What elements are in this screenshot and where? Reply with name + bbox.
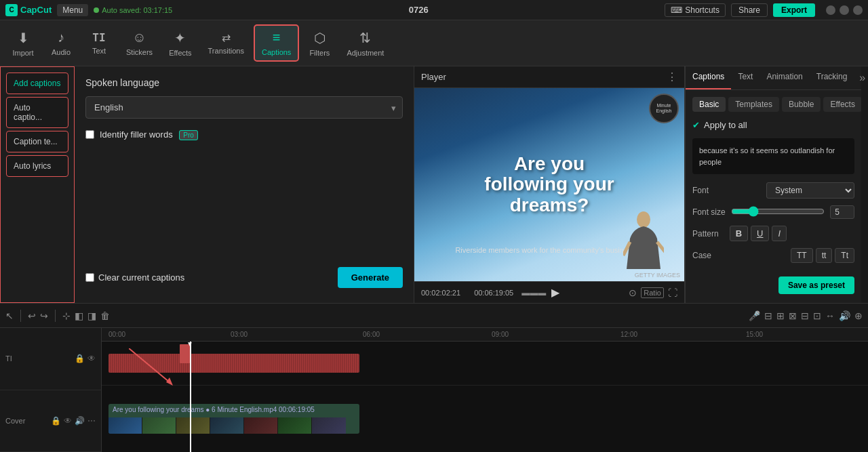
player-more-icon[interactable]: ⋮ (667, 70, 677, 83)
sidebar-item-caption-te[interactable]: Caption te... (6, 131, 68, 152)
video-thumbnails (108, 417, 346, 434)
tool-transitions[interactable]: ⇄ Transitions (201, 27, 251, 59)
font-size-slider[interactable] (731, 206, 825, 217)
eye-icon[interactable]: 👁 (87, 354, 96, 363)
right-panel-content: Basic Templates Bubble Effects ✔ Apply t… (686, 90, 861, 303)
audio-track-icons: 🔒 👁 (75, 354, 96, 363)
delete-icon[interactable]: 🗑 (100, 310, 110, 321)
clip-connect-icon[interactable]: ⊟ (764, 310, 772, 321)
more-icon-2[interactable]: ⋯ (87, 416, 96, 426)
sub-tabs: Basic Templates Bubble Effects (692, 97, 854, 112)
app-name: CapCut (20, 5, 52, 15)
fullscreen-icon[interactable]: ⛶ (668, 287, 677, 298)
tabs-more-icon[interactable]: » (854, 66, 868, 89)
split-left-icon[interactable]: ◧ (75, 310, 83, 321)
mic-icon[interactable]: 🎤 (749, 310, 760, 321)
font-select[interactable]: System (766, 182, 854, 199)
tool-stickers[interactable]: ☺ Stickers (119, 26, 159, 60)
tab-tracking[interactable]: Tracking (810, 66, 854, 89)
sub-tab-templates[interactable]: Templates (728, 97, 779, 112)
lock-icon-2[interactable]: 🔒 (51, 416, 61, 426)
tool-audio[interactable]: ♪ Audio (43, 26, 79, 60)
ruler-mark-4: 12:00 (620, 331, 637, 338)
current-time: 00:02:02:21 (421, 289, 460, 297)
screenshot-icon[interactable]: ⊙ (629, 287, 637, 298)
identify-filler-checkbox[interactable] (85, 130, 94, 139)
import-icon: ⬇ (18, 30, 29, 46)
ruler-mark-5: 15:00 (746, 331, 763, 338)
language-selector[interactable]: English ▾ (85, 96, 403, 119)
clear-captions-checkbox[interactable] (85, 273, 94, 282)
language-select[interactable]: English (85, 96, 403, 119)
group-icon[interactable]: ⊟ (801, 310, 809, 321)
lock-icon[interactable]: 🔒 (75, 354, 85, 363)
audio-wave-icon[interactable]: 🔊 (839, 310, 850, 321)
audio-track-label-row: TI 🔒 👁 (0, 328, 101, 390)
italic-button[interactable]: I (772, 226, 787, 241)
video-track[interactable]: Are you following your dreams ● 6 Minute… (108, 404, 359, 434)
total-time: 00:06:19:05 (474, 289, 513, 297)
undo-icon[interactable]: ↩ (28, 310, 36, 321)
case-cap-button[interactable]: Tt (835, 248, 854, 263)
font-size-label: Font size (692, 207, 726, 217)
close-button[interactable] (853, 5, 863, 15)
case-tt-button[interactable]: TT (791, 248, 813, 263)
ti-label: TI (5, 354, 12, 363)
share-button[interactable]: Share (731, 3, 768, 17)
save-preset-button[interactable]: Save as preset (778, 276, 854, 294)
tool-adjustment[interactable]: ⇅ Adjustment (340, 26, 391, 61)
svg-point-0 (637, 211, 650, 228)
case-row: Case TT tt Tt (692, 248, 854, 263)
sub-tab-basic[interactable]: Basic (692, 97, 726, 112)
bold-button[interactable]: B (730, 226, 748, 241)
clip-lock-icon[interactable]: ⊠ (789, 310, 797, 321)
tool-filters[interactable]: ⬡ Filters (302, 26, 337, 61)
sub-tab-effects[interactable]: Effects (823, 97, 861, 112)
menu-button[interactable]: Menu (57, 4, 88, 16)
transitions-icon: ⇄ (222, 31, 231, 44)
project-title: 0726 (178, 5, 659, 15)
play-button[interactable]: ▶ (551, 286, 559, 299)
tool-captions[interactable]: ≡ Captions (254, 24, 299, 62)
minimize-button[interactable] (826, 5, 835, 15)
thumb-1 (108, 417, 142, 434)
shortcuts-button[interactable]: ⌨ Shortcuts (665, 3, 726, 17)
tool-import[interactable]: ⬇ Import (5, 26, 41, 61)
arrow-indicator (129, 348, 197, 391)
ungroup-icon[interactable]: ⊡ (813, 310, 821, 321)
generate-button[interactable]: Generate (338, 267, 403, 288)
underline-button[interactable]: U (751, 226, 769, 241)
apply-all-row: ✔ Apply to all (692, 120, 854, 130)
autosave-status: Auto saved: 03:17:15 (94, 6, 172, 14)
export-button[interactable]: Export (773, 3, 815, 17)
tab-captions[interactable]: Captions (686, 66, 731, 89)
tab-text[interactable]: Text (731, 66, 760, 89)
eye-icon-2[interactable]: 👁 (64, 416, 72, 426)
maximize-button[interactable] (840, 5, 849, 15)
sub-tab-bubble[interactable]: Bubble (782, 97, 821, 112)
tool-text[interactable]: TI Text (81, 27, 117, 59)
sidebar-item-auto-lyrics[interactable]: Auto lyrics (6, 155, 68, 177)
tool-effects[interactable]: ✦ Effects (162, 26, 198, 61)
select-tool-icon[interactable]: ↖ (5, 310, 14, 321)
split-right-icon[interactable]: ◨ (87, 310, 96, 321)
thumb-4 (210, 417, 244, 434)
ratio-icon[interactable]: Ratio (641, 287, 664, 298)
sidebar-item-add-captions[interactable]: Add captions (6, 73, 68, 94)
sidebar-item-auto-captions[interactable]: Auto captio... (6, 97, 68, 128)
pattern-row: Pattern B U I (692, 226, 854, 241)
tab-animation[interactable]: Animation (760, 66, 809, 89)
zoom-icon[interactable]: ⊕ (854, 310, 863, 321)
flip-icon[interactable]: ↔ (825, 310, 835, 321)
right-panel-tabs: Captions Text Animation Tracking » (686, 66, 861, 90)
case-lower-button[interactable]: tt (816, 248, 833, 263)
identify-filler-row: Identify filler words Pro (85, 129, 403, 140)
font-size-input[interactable]: 5 (830, 205, 854, 219)
audio-icon-2[interactable]: 🔊 (75, 416, 85, 426)
pattern-label: Pattern (692, 229, 719, 239)
video-frame: Are you following your dreams? Riverside… (414, 88, 684, 281)
video-track-row: Are you following your dreams ● 6 Minute… (102, 386, 868, 452)
redo-icon[interactable]: ↪ (40, 310, 48, 321)
split-icon[interactable]: ⊹ (62, 310, 71, 321)
clip-separate-icon[interactable]: ⊞ (776, 310, 785, 321)
